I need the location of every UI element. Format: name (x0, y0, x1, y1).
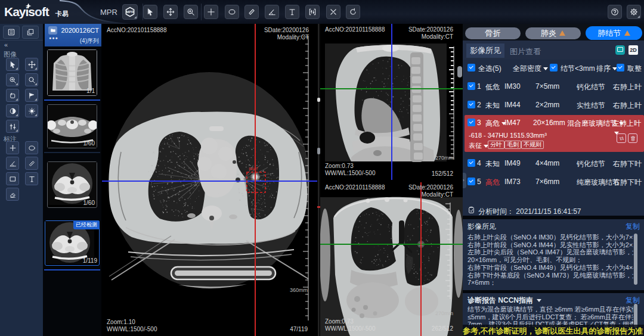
svg-text:Kayisoft: Kayisoft (4, 5, 49, 18)
svg-text:卡易: 卡易 (55, 10, 69, 17)
svg-text:IM47: IM47 (249, 167, 258, 171)
svg-text:MPR: MPR (126, 10, 135, 14)
